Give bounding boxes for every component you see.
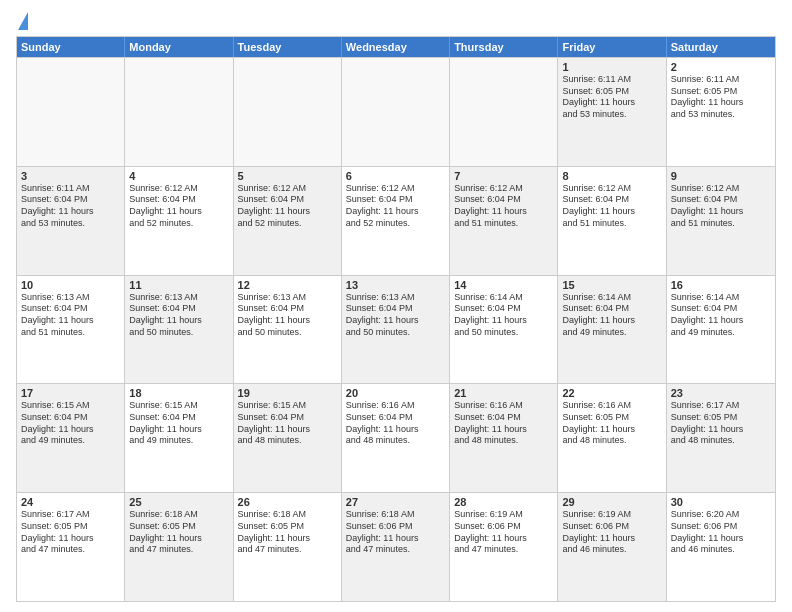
calendar-cell: 20Sunrise: 6:16 AMSunset: 6:04 PMDayligh… (342, 384, 450, 492)
calendar-cell: 23Sunrise: 6:17 AMSunset: 6:05 PMDayligh… (667, 384, 775, 492)
cell-line: Sunset: 6:05 PM (671, 86, 771, 98)
cell-line: and 49 minutes. (21, 435, 120, 447)
cell-line: and 50 minutes. (129, 327, 228, 339)
calendar-header-cell: Friday (558, 37, 666, 57)
cell-line: Sunset: 6:04 PM (562, 303, 661, 315)
cell-line: Sunrise: 6:12 AM (671, 183, 771, 195)
cell-line: Daylight: 11 hours (238, 206, 337, 218)
calendar-cell: 8Sunrise: 6:12 AMSunset: 6:04 PMDaylight… (558, 167, 666, 275)
day-number: 25 (129, 496, 228, 508)
cell-line: Sunrise: 6:15 AM (238, 400, 337, 412)
calendar-cell: 10Sunrise: 6:13 AMSunset: 6:04 PMDayligh… (17, 276, 125, 384)
day-number: 7 (454, 170, 553, 182)
cell-line: Sunrise: 6:14 AM (562, 292, 661, 304)
cell-line: and 49 minutes. (129, 435, 228, 447)
cell-line: Sunrise: 6:18 AM (238, 509, 337, 521)
calendar-cell: 16Sunrise: 6:14 AMSunset: 6:04 PMDayligh… (667, 276, 775, 384)
cell-line: Sunrise: 6:13 AM (346, 292, 445, 304)
cell-line: Daylight: 11 hours (129, 424, 228, 436)
cell-line: Daylight: 11 hours (671, 206, 771, 218)
cell-line: Sunset: 6:04 PM (129, 194, 228, 206)
cell-line: Daylight: 11 hours (21, 315, 120, 327)
cell-line: and 47 minutes. (346, 544, 445, 556)
cell-line: Sunset: 6:05 PM (21, 521, 120, 533)
calendar-cell: 24Sunrise: 6:17 AMSunset: 6:05 PMDayligh… (17, 493, 125, 601)
cell-line: and 47 minutes. (454, 544, 553, 556)
cell-line: Sunset: 6:06 PM (346, 521, 445, 533)
cell-line: and 51 minutes. (562, 218, 661, 230)
cell-line: Sunset: 6:05 PM (671, 412, 771, 424)
cell-line: Sunset: 6:06 PM (454, 521, 553, 533)
calendar-cell: 3Sunrise: 6:11 AMSunset: 6:04 PMDaylight… (17, 167, 125, 275)
day-number: 9 (671, 170, 771, 182)
calendar-cell: 18Sunrise: 6:15 AMSunset: 6:04 PMDayligh… (125, 384, 233, 492)
cell-line: Sunset: 6:04 PM (21, 303, 120, 315)
calendar-cell: 21Sunrise: 6:16 AMSunset: 6:04 PMDayligh… (450, 384, 558, 492)
day-number: 20 (346, 387, 445, 399)
calendar-cell: 5Sunrise: 6:12 AMSunset: 6:04 PMDaylight… (234, 167, 342, 275)
cell-line: Sunset: 6:05 PM (562, 86, 661, 98)
cell-line: Sunset: 6:04 PM (238, 194, 337, 206)
cell-line: Sunset: 6:04 PM (671, 194, 771, 206)
cell-line: Sunrise: 6:12 AM (238, 183, 337, 195)
cell-line: Sunrise: 6:12 AM (454, 183, 553, 195)
day-number: 5 (238, 170, 337, 182)
cell-line: and 47 minutes. (21, 544, 120, 556)
day-number: 24 (21, 496, 120, 508)
cell-line: Sunset: 6:04 PM (21, 412, 120, 424)
logo-triangle-icon (18, 12, 28, 30)
cell-line: and 48 minutes. (454, 435, 553, 447)
day-number: 16 (671, 279, 771, 291)
cell-line: Sunset: 6:04 PM (238, 303, 337, 315)
cell-line: Sunrise: 6:20 AM (671, 509, 771, 521)
calendar-cell: 14Sunrise: 6:14 AMSunset: 6:04 PMDayligh… (450, 276, 558, 384)
cell-line: and 50 minutes. (454, 327, 553, 339)
day-number: 29 (562, 496, 661, 508)
cell-line: Sunset: 6:04 PM (238, 412, 337, 424)
day-number: 12 (238, 279, 337, 291)
cell-line: and 48 minutes. (238, 435, 337, 447)
cell-line: and 53 minutes. (21, 218, 120, 230)
cell-line: Sunrise: 6:12 AM (562, 183, 661, 195)
day-number: 14 (454, 279, 553, 291)
cell-line: and 50 minutes. (346, 327, 445, 339)
cell-line: Daylight: 11 hours (238, 315, 337, 327)
header (16, 12, 776, 28)
cell-line: Daylight: 11 hours (129, 533, 228, 545)
calendar-header-cell: Tuesday (234, 37, 342, 57)
cell-line: Sunrise: 6:19 AM (562, 509, 661, 521)
calendar-cell: 27Sunrise: 6:18 AMSunset: 6:06 PMDayligh… (342, 493, 450, 601)
calendar-header-cell: Saturday (667, 37, 775, 57)
calendar-cell (17, 58, 125, 166)
day-number: 23 (671, 387, 771, 399)
cell-line: Sunset: 6:04 PM (129, 303, 228, 315)
calendar-cell: 19Sunrise: 6:15 AMSunset: 6:04 PMDayligh… (234, 384, 342, 492)
cell-line: Daylight: 11 hours (671, 424, 771, 436)
calendar-cell: 9Sunrise: 6:12 AMSunset: 6:04 PMDaylight… (667, 167, 775, 275)
cell-line: Daylight: 11 hours (562, 424, 661, 436)
day-number: 11 (129, 279, 228, 291)
cell-line: and 52 minutes. (129, 218, 228, 230)
cell-line: and 49 minutes. (562, 327, 661, 339)
calendar-cell: 11Sunrise: 6:13 AMSunset: 6:04 PMDayligh… (125, 276, 233, 384)
calendar-cell: 25Sunrise: 6:18 AMSunset: 6:05 PMDayligh… (125, 493, 233, 601)
cell-line: and 50 minutes. (238, 327, 337, 339)
cell-line: Daylight: 11 hours (562, 97, 661, 109)
cell-line: and 47 minutes. (129, 544, 228, 556)
logo (16, 12, 28, 28)
cell-line: Sunset: 6:04 PM (21, 194, 120, 206)
cell-line: Daylight: 11 hours (21, 206, 120, 218)
cell-line: Sunrise: 6:16 AM (454, 400, 553, 412)
cell-line: Sunset: 6:06 PM (671, 521, 771, 533)
calendar-cell (450, 58, 558, 166)
day-number: 18 (129, 387, 228, 399)
cell-line: and 49 minutes. (671, 327, 771, 339)
day-number: 4 (129, 170, 228, 182)
cell-line: Sunset: 6:05 PM (238, 521, 337, 533)
cell-line: Sunset: 6:04 PM (454, 412, 553, 424)
calendar-cell: 29Sunrise: 6:19 AMSunset: 6:06 PMDayligh… (558, 493, 666, 601)
calendar-header-cell: Sunday (17, 37, 125, 57)
cell-line: Sunset: 6:04 PM (346, 194, 445, 206)
cell-line: and 52 minutes. (346, 218, 445, 230)
calendar-cell: 17Sunrise: 6:15 AMSunset: 6:04 PMDayligh… (17, 384, 125, 492)
